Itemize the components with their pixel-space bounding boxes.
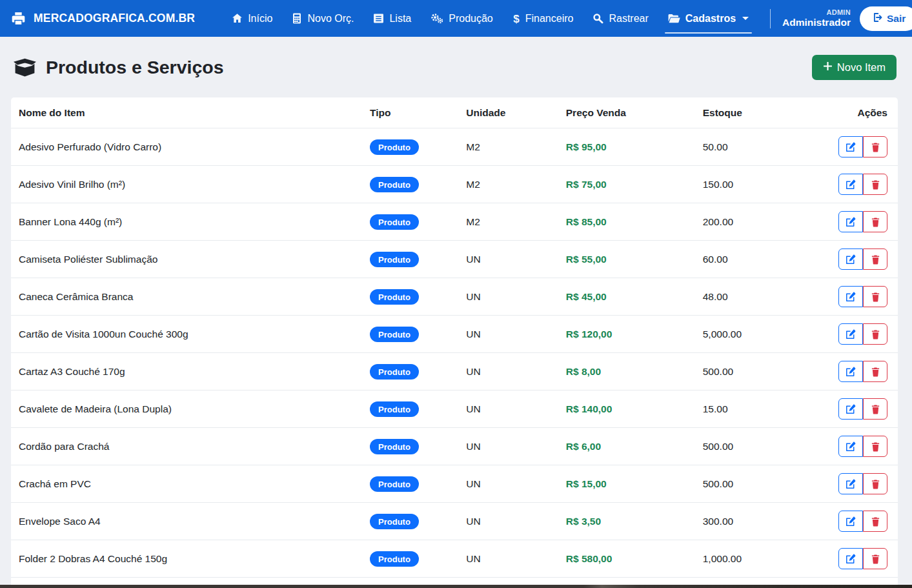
new-item-button[interactable]: Novo Item [812, 55, 897, 80]
type-badge: Produto [370, 476, 419, 492]
delete-button[interactable] [863, 248, 887, 270]
item-unit: UN [458, 353, 558, 390]
edit-button[interactable] [838, 174, 863, 195]
item-name: Cartaz A3 Couché 170g [11, 353, 362, 390]
nav-item-inicio[interactable]: Início [222, 0, 282, 37]
delete-button[interactable] [863, 286, 887, 307]
item-stock: 300.00 [695, 503, 831, 540]
row-actions [838, 398, 887, 420]
edit-button[interactable] [838, 323, 863, 345]
item-unit: UN [458, 503, 558, 540]
nav-item-lista[interactable]: Lista [363, 0, 421, 37]
edit-button[interactable] [838, 136, 863, 157]
type-badge: Produto [370, 401, 419, 417]
type-badge: Produto [370, 289, 419, 305]
table-row: Envelope Saco A4 Produto UN R$ 3,50 300.… [11, 503, 898, 540]
nav-label: Início [248, 13, 272, 25]
plus-icon [823, 61, 833, 74]
svg-text:$: $ [513, 13, 520, 25]
nav-item-financeiro[interactable]: $ Financeiro [503, 0, 583, 37]
table-row: Adesivo Perfurado (Vidro Carro) Produto … [11, 128, 898, 166]
item-price: R$ 85,00 [558, 203, 695, 241]
item-unit: UN [458, 278, 558, 316]
user-role: ADMIN [782, 8, 851, 17]
item-name: Envelope Saco A4 [11, 503, 362, 540]
type-badge: Produto [370, 364, 419, 380]
nav-item-cadastros[interactable]: Cadastros [658, 0, 758, 37]
item-unit: M2 [458, 166, 558, 203]
table-row: Folder 2 Dobras A4 Couché 150g Produto U… [11, 540, 898, 578]
delete-button[interactable] [863, 436, 887, 457]
item-price: R$ 3,50 [558, 503, 695, 540]
row-actions [838, 174, 887, 195]
bottom-strip [0, 585, 912, 588]
brand[interactable]: MERCADOGRAFICA.COM.BR [10, 10, 195, 26]
item-price: R$ 15,00 [558, 465, 695, 503]
table-row: Cartaz A3 Couché 170g Produto UN R$ 8,00… [11, 353, 898, 390]
edit-button[interactable] [838, 436, 863, 457]
edit-button[interactable] [838, 211, 863, 232]
edit-button[interactable] [838, 361, 863, 382]
item-unit: UN [458, 390, 558, 428]
col-header-name: Nome do Item [11, 97, 362, 128]
col-header-price: Preço Venda [558, 97, 695, 128]
edit-button[interactable] [838, 398, 863, 420]
table-row: Adesivo Vinil Brilho (m²) Produto M2 R$ … [11, 166, 898, 203]
main-content: Produtos e Serviços Novo Item Nome do It… [0, 55, 912, 588]
top-navbar: MERCADOGRAFICA.COM.BR Início Novo Orç. L… [0, 0, 912, 37]
page-title: Produtos e Serviços [13, 57, 224, 78]
row-actions [838, 511, 887, 532]
item-price: R$ 45,00 [558, 278, 695, 316]
calculator-icon [292, 13, 302, 24]
edit-button[interactable] [838, 548, 863, 569]
box-open-icon [13, 57, 37, 77]
logout-icon [872, 12, 882, 25]
item-price: R$ 55,00 [558, 241, 695, 278]
logout-button[interactable]: Sair [860, 6, 912, 31]
nav-item-producao[interactable]: Produção [421, 0, 503, 37]
item-name: Camiseta Poliéster Sublimação [11, 241, 362, 278]
type-badge: Produto [370, 214, 419, 230]
item-price: R$ 95,00 [558, 128, 695, 166]
item-stock: 48.00 [695, 278, 831, 316]
delete-button[interactable] [863, 398, 887, 420]
row-actions [838, 286, 887, 307]
edit-button[interactable] [838, 286, 863, 307]
item-price: R$ 120,00 [558, 316, 695, 353]
delete-button[interactable] [863, 511, 887, 532]
table-row: Crachá em PVC Produto UN R$ 15,00 500.00 [11, 465, 898, 503]
edit-button[interactable] [838, 473, 863, 494]
delete-button[interactable] [863, 211, 887, 232]
table-row: Cartão de Visita 1000un Couché 300g Prod… [11, 316, 898, 353]
delete-button[interactable] [863, 174, 887, 195]
item-unit: M2 [458, 203, 558, 241]
printer-icon [10, 10, 26, 26]
nav-item-novo-orc[interactable]: Novo Orç. [282, 0, 363, 37]
row-actions [838, 323, 887, 345]
dollar-icon: $ [512, 13, 520, 25]
delete-button[interactable] [863, 136, 887, 157]
table-row: Banner Lona 440g (m²) Produto M2 R$ 85,0… [11, 203, 898, 241]
item-price: R$ 140,00 [558, 390, 695, 428]
type-badge: Produto [370, 327, 419, 342]
navbar-divider [770, 9, 771, 28]
item-price: R$ 6,00 [558, 428, 695, 465]
row-actions [838, 248, 887, 270]
nav-label: Novo Orç. [307, 13, 354, 25]
item-stock: 5,000.00 [695, 316, 831, 353]
chevron-down-icon [742, 17, 749, 20]
products-table-card: Nome do Item Tipo Unidade Preço Venda Es… [11, 97, 898, 588]
delete-button[interactable] [863, 473, 887, 494]
edit-button[interactable] [838, 511, 863, 532]
type-badge: Produto [370, 551, 419, 567]
delete-button[interactable] [863, 548, 887, 569]
edit-button[interactable] [838, 248, 863, 270]
nav-label: Financeiro [525, 13, 574, 25]
delete-button[interactable] [863, 361, 887, 382]
item-name: Adesivo Vinil Brilho (m²) [11, 166, 362, 203]
item-name: Cavalete de Madeira (Lona Dupla) [11, 390, 362, 428]
nav-item-rastrear[interactable]: Rastrear [583, 0, 658, 37]
table-row: Cordão para Crachá Produto UN R$ 6,00 50… [11, 428, 898, 465]
row-actions [838, 473, 887, 494]
delete-button[interactable] [863, 323, 887, 345]
